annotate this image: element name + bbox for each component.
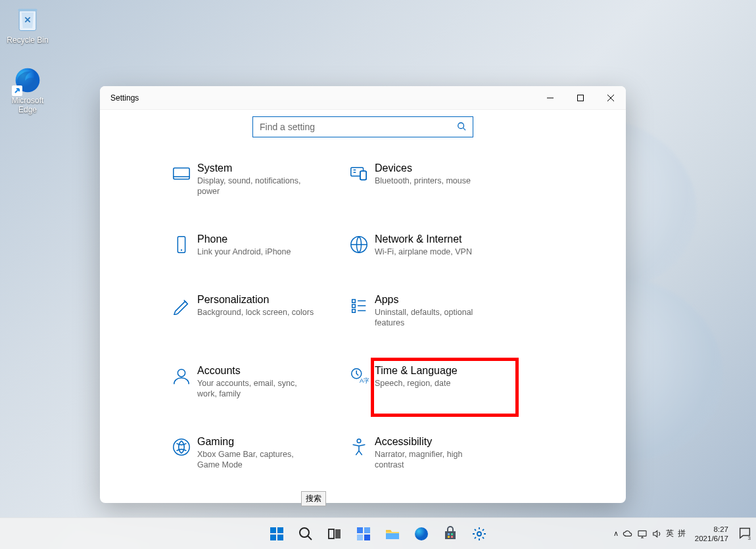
clock-time: 8:27 <box>695 525 728 534</box>
svg-rect-31 <box>364 535 370 540</box>
category-desc: Wi-Fi, airplane mode, VPN <box>375 247 493 257</box>
category-desc: Background, lock screen, colors <box>197 307 316 318</box>
category-title: Apps <box>375 294 521 306</box>
network-icon[interactable] <box>637 529 648 539</box>
svg-rect-30 <box>357 535 363 540</box>
accounts-icon <box>166 365 197 386</box>
file-explorer-button[interactable] <box>379 521 406 547</box>
svg-point-38 <box>477 532 481 536</box>
svg-rect-26 <box>329 529 334 538</box>
notification-count: 3 <box>748 535 751 541</box>
edge-
-[interactable] <box>408 521 435 547</box>
desktop-icon-microsoft-edge[interactable]: Microsoft Edge <box>3 66 53 114</box>
minimize-button[interactable] <box>535 86 565 110</box>
notification-center-button[interactable]: 3 <box>738 525 752 542</box>
category-system[interactable]: System Display, sound, notifications, po… <box>166 162 343 197</box>
category-accounts[interactable]: Accounts Your accounts, email, sync, wor… <box>166 365 343 399</box>
taskbar-tooltip: 搜索 <box>301 491 326 506</box>
category-title: System <box>197 162 343 174</box>
ime-mode[interactable]: 拼 <box>678 528 686 539</box>
tray-chevron-icon[interactable]: ∧ <box>613 529 619 538</box>
svg-rect-15 <box>352 310 356 313</box>
clock-date: 2021/6/17 <box>695 534 728 543</box>
taskbar-clock[interactable]: 8:27 2021/6/17 <box>695 525 728 543</box>
category-apps[interactable]: Apps Uninstall, defaults, optional featu… <box>343 294 521 328</box>
svg-rect-28 <box>357 527 363 533</box>
widgets-button[interactable] <box>350 521 377 547</box>
svg-rect-27 <box>335 529 341 538</box>
task-view-button[interactable] <box>321 521 348 547</box>
svg-rect-21 <box>270 527 276 533</box>
category-phone[interactable]: Phone Link your Android, iPhone <box>166 233 343 257</box>
category-personalization[interactable]: Personalization Background, lock screen,… <box>166 294 343 328</box>
category-time-language[interactable]: A字 Time & Language Speech, region, date <box>343 365 521 399</box>
category-title: Personalization <box>197 294 343 306</box>
svg-point-16 <box>177 370 185 377</box>
category-title: Accessibility <box>375 436 521 448</box>
category-title: Phone <box>197 233 343 245</box>
desktop-icon-label: Recycle Bin <box>3 36 53 45</box>
gaming-icon <box>166 436 197 457</box>
time-language-icon: A字 <box>343 365 375 386</box>
category-desc: Narrator, magnifier, high contrast <box>375 449 493 470</box>
settings-categories[interactable]: System Display, sound, notifications, po… <box>100 140 626 503</box>
close-button[interactable] <box>596 86 626 110</box>
search-input[interactable] <box>260 122 457 132</box>
svg-rect-35 <box>451 533 453 535</box>
window-title: Settings <box>110 93 139 103</box>
sound-icon[interactable] <box>651 529 662 539</box>
search-button[interactable] <box>292 521 319 547</box>
category-title: Devices <box>375 162 521 174</box>
system-tray[interactable]: ∧ 英 拼 <box>613 528 686 539</box>
search-input-wrapper[interactable] <box>252 116 473 137</box>
apps-icon <box>343 294 375 315</box>
network-icon <box>343 233 375 254</box>
svg-rect-6 <box>174 168 189 179</box>
settings-window: Settings System Display, sound, notifica… <box>100 86 626 503</box>
svg-rect-36 <box>448 536 450 538</box>
svg-rect-29 <box>364 527 370 533</box>
svg-rect-24 <box>277 535 283 540</box>
search-icon <box>457 122 466 133</box>
titlebar[interactable]: Settings <box>100 86 626 110</box>
svg-rect-13 <box>352 300 356 303</box>
start-button[interactable] <box>263 521 291 547</box>
desktop-icon-recycle-bin[interactable]: Recycle Bin <box>3 5 53 45</box>
category-title: Accounts <box>197 365 343 377</box>
svg-text:A字: A字 <box>360 377 369 384</box>
category-desc: Uninstall, defaults, optional features <box>375 307 493 328</box>
svg-point-25 <box>300 528 309 537</box>
category-gaming[interactable]: Gaming Xbox Game Bar, captures, Game Mod… <box>166 436 343 470</box>
category-desc: Display, sound, notifications, power <box>197 176 316 197</box>
svg-point-5 <box>458 122 464 128</box>
store-button[interactable] <box>437 521 464 547</box>
svg-rect-14 <box>352 304 356 308</box>
category-title: Network & Internet <box>375 233 521 245</box>
ime-language[interactable]: 英 <box>666 528 674 539</box>
category-desc: Bluetooth, printers, mouse <box>375 176 493 186</box>
svg-point-11 <box>181 249 182 251</box>
maximize-button[interactable] <box>565 86 596 110</box>
svg-rect-8 <box>360 171 366 179</box>
svg-rect-34 <box>448 533 450 535</box>
svg-rect-22 <box>277 527 283 533</box>
settings-taskbar-button[interactable] <box>465 521 493 547</box>
category-accessibility[interactable]: Accessibility Narrator, magnifier, high … <box>343 436 521 470</box>
category-title: Time & Language <box>375 365 521 377</box>
edge-icon <box>13 66 42 95</box>
accessibility-icon <box>343 436 375 457</box>
category-network[interactable]: Network & Internet Wi-Fi, airplane mode,… <box>343 233 521 257</box>
system-icon <box>166 162 197 183</box>
svg-rect-37 <box>451 536 453 538</box>
svg-point-33 <box>415 527 428 540</box>
devices-icon <box>343 162 375 183</box>
svg-rect-39 <box>638 531 646 536</box>
recycle-bin-icon <box>13 5 42 34</box>
category-desc: Link your Android, iPhone <box>197 247 316 257</box>
category-devices[interactable]: Devices Bluetooth, printers, mouse <box>343 162 521 197</box>
category-desc: Xbox Game Bar, captures, Game Mode <box>197 449 316 470</box>
weather-icon[interactable] <box>623 529 633 539</box>
phone-icon <box>166 233 197 254</box>
category-desc: Speech, region, date <box>375 378 493 389</box>
svg-rect-4 <box>578 95 584 101</box>
